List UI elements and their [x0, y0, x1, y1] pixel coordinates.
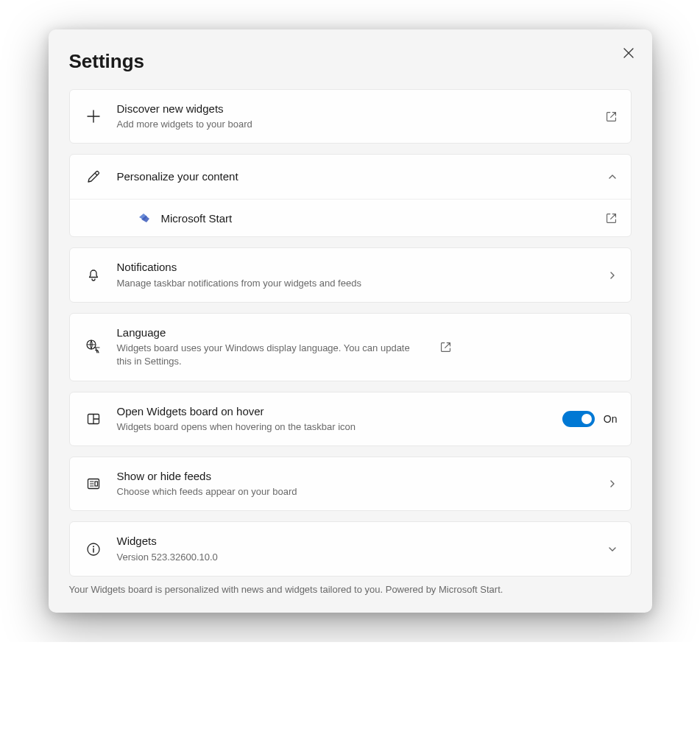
language-row[interactable]: Language Widgets board uses your Windows… [70, 314, 631, 381]
notifications-card: Notifications Manage taskbar notificatio… [69, 247, 632, 302]
pencil-icon [83, 166, 104, 187]
hover-toggle-state: On [604, 413, 618, 425]
personalize-row[interactable]: Personalize your content [70, 155, 631, 199]
msstart-row[interactable]: Microsoft Start [70, 199, 631, 236]
feeds-title: Show or hide feeds [117, 469, 594, 484]
open-external-icon [439, 341, 452, 353]
chevron-right-icon [607, 479, 618, 489]
close-icon [623, 48, 634, 58]
notifications-title: Notifications [117, 260, 594, 275]
discover-text: Discover new widgets Add more widgets to… [117, 102, 592, 131]
hover-title: Open Widgets board on hover [117, 404, 549, 419]
discover-title: Discover new widgets [117, 102, 592, 116]
hover-row: Open Widgets board on hover Widgets boar… [70, 392, 631, 445]
language-title: Language [117, 325, 426, 340]
feeds-icon [83, 473, 104, 494]
svg-rect-3 [95, 482, 98, 486]
chevron-right-icon [607, 270, 618, 281]
feeds-card: Show or hide feeds Choose which feeds ap… [69, 457, 632, 511]
close-button[interactable] [617, 41, 640, 65]
svg-point-5 [93, 546, 94, 547]
widgets-title: Widgets [117, 534, 594, 549]
board-icon [83, 409, 104, 429]
hover-subtitle: Widgets board opens when hovering on the… [117, 420, 549, 434]
language-subtitle: Widgets board uses your Windows display … [117, 342, 426, 368]
hover-card: Open Widgets board on hover Widgets boar… [69, 392, 632, 446]
chevron-up-icon [607, 172, 618, 182]
widgets-card: Widgets Version 523.32600.10.0 [69, 521, 632, 576]
discover-row[interactable]: Discover new widgets Add more widgets to… [70, 90, 631, 143]
open-external-icon [605, 110, 618, 123]
personalize-text: Personalize your content [117, 169, 594, 184]
hover-text: Open Widgets board on hover Widgets boar… [117, 404, 549, 434]
feeds-row[interactable]: Show or hide feeds Choose which feeds ap… [70, 457, 631, 510]
personalize-card: Personalize your content Microsoft Start [69, 154, 632, 237]
settings-panel: Settings Discover new widgets Add more w… [49, 29, 652, 613]
discover-subtitle: Add more widgets to your board [117, 118, 592, 131]
personalize-title: Personalize your content [117, 169, 594, 184]
hover-toggle[interactable] [562, 411, 595, 427]
info-icon [83, 539, 104, 560]
notifications-text: Notifications Manage taskbar notificatio… [117, 260, 594, 289]
discover-card: Discover new widgets Add more widgets to… [69, 89, 632, 144]
chevron-down-icon [607, 544, 618, 554]
page-title: Settings [69, 50, 632, 73]
plus-icon [83, 106, 104, 127]
bell-icon [83, 265, 104, 286]
notifications-row[interactable]: Notifications Manage taskbar notificatio… [70, 248, 631, 301]
hover-toggle-group: On [562, 411, 618, 427]
msstart-icon [136, 210, 152, 226]
widgets-text: Widgets Version 523.32600.10.0 [117, 534, 594, 563]
open-external-icon [605, 212, 618, 225]
feeds-text: Show or hide feeds Choose which feeds ap… [117, 469, 594, 498]
widgets-row[interactable]: Widgets Version 523.32600.10.0 [70, 522, 631, 575]
globe-language-icon [83, 337, 104, 357]
notifications-subtitle: Manage taskbar notifications from your w… [117, 277, 594, 290]
language-card: Language Widgets board uses your Windows… [69, 313, 632, 381]
language-text: Language Widgets board uses your Windows… [117, 325, 426, 369]
widgets-version: Version 523.32600.10.0 [117, 551, 594, 564]
feeds-subtitle: Choose which feeds appear on your board [117, 485, 594, 498]
msstart-label: Microsoft Start [161, 212, 596, 225]
footnote: Your Widgets board is personalized with … [69, 584, 632, 595]
